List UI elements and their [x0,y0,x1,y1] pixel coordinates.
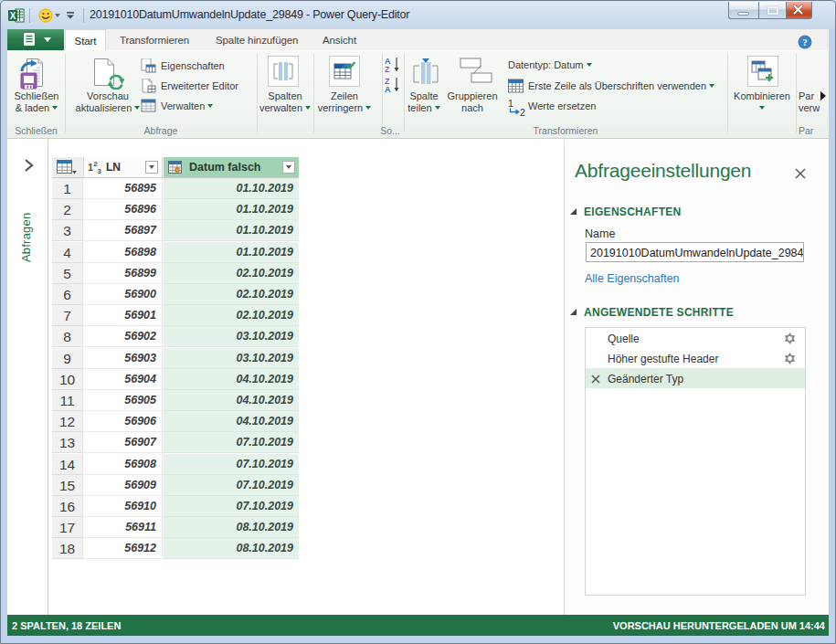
svg-text:1: 1 [508,99,513,109]
svg-text:X: X [10,11,16,21]
svg-text:A: A [385,85,391,92]
svg-text:?: ? [802,37,808,48]
svg-text:2: 2 [520,107,525,116]
svg-text:Z: Z [385,65,390,72]
